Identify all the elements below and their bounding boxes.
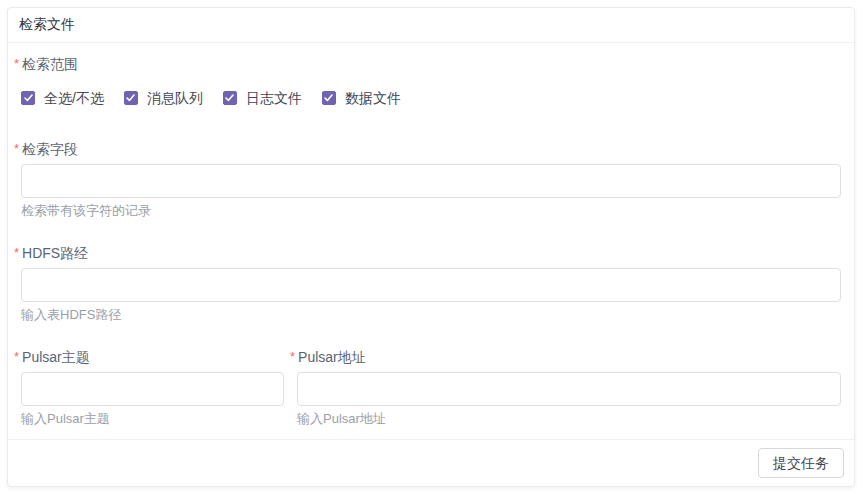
hdfs-path-label-text: HDFS路经 [22, 246, 88, 260]
pulsar-address-input[interactable] [297, 372, 841, 406]
scope-label-text: 检索范围 [22, 57, 78, 71]
card-title: 检索文件 [19, 16, 75, 34]
card-footer: 提交任务 [8, 439, 854, 486]
hdfs-path-label: * HDFS路经 [21, 246, 841, 260]
pulsar-row: * Pulsar主题 输入Pulsar主题 * Pulsar地址 输入Pulsa… [21, 350, 841, 439]
form-item-search-field: * 检索字段 检索带有该字符的记录 [21, 142, 841, 217]
card-header: 检索文件 [8, 8, 854, 43]
checkbox-label: 日志文件 [246, 90, 302, 106]
scope-label: * 检索范围 [21, 57, 841, 71]
checkbox-checked-icon [223, 91, 237, 105]
search-field-label-text: 检索字段 [22, 142, 78, 156]
search-file-form: * 检索范围 全选/不选 消息队列 [8, 43, 854, 439]
search-file-card: 检索文件 * 检索范围 全选/不选 消息队列 [7, 7, 855, 487]
pulsar-topic-label: * Pulsar主题 [21, 350, 284, 364]
pulsar-topic-input[interactable] [21, 372, 284, 406]
required-marker: * [14, 246, 19, 260]
required-marker: * [290, 350, 295, 364]
form-item-hdfs-path: * HDFS路经 输入表HDFS路径 [21, 246, 841, 321]
checkbox-data-file[interactable]: 数据文件 [322, 90, 401, 106]
checkbox-label: 数据文件 [345, 90, 401, 106]
hdfs-path-input[interactable] [21, 268, 841, 302]
pulsar-topic-label-text: Pulsar主题 [22, 350, 90, 364]
required-marker: * [14, 350, 19, 364]
pulsar-topic-help: 输入Pulsar主题 [21, 412, 284, 425]
checkbox-label: 全选/不选 [44, 90, 104, 106]
required-marker: * [14, 57, 19, 71]
checkbox-log-file[interactable]: 日志文件 [223, 90, 302, 106]
form-item-pulsar-topic: * Pulsar主题 输入Pulsar主题 [21, 350, 284, 425]
pulsar-address-label: * Pulsar地址 [297, 350, 841, 364]
checkbox-select-all[interactable]: 全选/不选 [21, 90, 104, 106]
pulsar-address-label-text: Pulsar地址 [298, 350, 366, 364]
search-field-help: 检索带有该字符的记录 [21, 204, 841, 217]
search-field-input[interactable] [21, 164, 841, 198]
scope-checkbox-group: 全选/不选 消息队列 日志文件 [21, 90, 841, 106]
form-item-pulsar-address: * Pulsar地址 输入Pulsar地址 [297, 350, 841, 425]
checkbox-checked-icon [322, 91, 336, 105]
checkbox-message-queue[interactable]: 消息队列 [124, 90, 203, 106]
hdfs-path-help: 输入表HDFS路径 [21, 308, 841, 321]
form-item-scope: * 检索范围 全选/不选 消息队列 [21, 57, 841, 106]
checkbox-label: 消息队列 [147, 90, 203, 106]
checkbox-checked-icon [21, 91, 35, 105]
search-field-label: * 检索字段 [21, 142, 841, 156]
pulsar-address-help: 输入Pulsar地址 [297, 412, 841, 425]
checkbox-checked-icon [124, 91, 138, 105]
submit-task-button[interactable]: 提交任务 [758, 448, 844, 478]
required-marker: * [14, 142, 19, 156]
